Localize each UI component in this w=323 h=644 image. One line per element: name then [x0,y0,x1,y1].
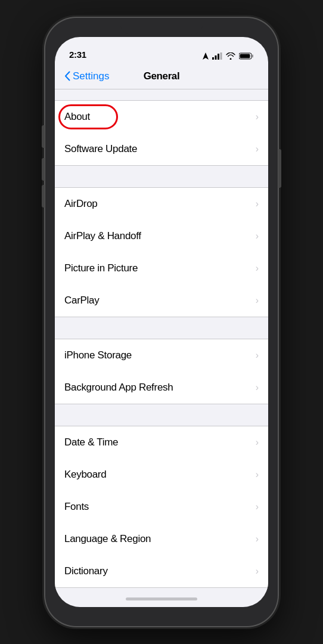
section-gap-1 [55,166,268,187]
section-3: iPhone Storage › Background App Refresh … [55,339,268,404]
fonts-chevron-icon: › [256,501,259,512]
fonts-label: Fonts [64,501,89,513]
carplay-row[interactable]: CarPlay › [55,284,268,317]
software-update-chevron-icon: › [256,144,259,154]
page-title: General [144,70,180,82]
back-label: Settings [73,70,109,82]
background-app-refresh-chevron-icon: › [256,382,259,393]
date-time-label: Date & Time [64,436,118,448]
airplay-handoff-row[interactable]: AirPlay & Handoff › [55,220,268,252]
keyboard-label: Keyboard [64,469,106,481]
phone-screen: 2:31 [55,37,268,607]
airdrop-row[interactable]: AirDrop › [55,188,268,220]
status-icons [203,52,254,60]
software-update-label: Software Update [64,143,137,155]
svg-rect-2 [218,54,219,60]
airdrop-label: AirDrop [64,198,98,210]
back-chevron-icon [64,71,70,81]
date-time-chevron-icon: › [256,437,259,448]
home-indicator-bar [126,597,197,600]
language-region-label: Language & Region [64,533,151,545]
settings-content: About › Software Update › AirDrop › AirP… [55,89,268,590]
dictionary-row[interactable]: Dictionary › [55,555,268,587]
svg-rect-6 [240,54,250,58]
signal-icon [212,52,222,60]
section-1: About › Software Update › [55,100,268,166]
svg-rect-3 [220,52,222,60]
iphone-storage-label: iPhone Storage [64,349,132,361]
picture-in-picture-row[interactable]: Picture in Picture › [55,252,268,284]
nav-bar: Settings General [55,63,268,89]
section-2: AirDrop › AirPlay & Handoff › Picture in… [55,187,268,317]
section-gap-top [55,89,268,100]
status-bar: 2:31 [55,37,268,63]
home-indicator [55,590,268,607]
svg-rect-0 [212,57,214,60]
picture-in-picture-label: Picture in Picture [64,262,138,274]
airplay-handoff-label: AirPlay & Handoff [64,230,141,242]
about-row[interactable]: About › [55,101,268,133]
section-gap-2 [55,317,268,339]
carplay-label: CarPlay [64,295,99,306]
svg-rect-1 [215,55,217,60]
svg-rect-5 [252,55,253,58]
fonts-row[interactable]: Fonts › [55,491,268,523]
location-icon [203,52,209,60]
airplay-handoff-chevron-icon: › [256,231,259,242]
background-app-refresh-row[interactable]: Background App Refresh › [55,371,268,404]
wifi-icon [226,52,235,60]
background-app-refresh-label: Background App Refresh [64,382,173,394]
software-update-row[interactable]: Software Update › [55,133,268,165]
language-region-chevron-icon: › [256,534,259,544]
keyboard-chevron-icon: › [256,469,259,480]
notch [120,18,203,35]
phone-frame: 2:31 [45,18,278,626]
airdrop-chevron-icon: › [256,199,259,209]
section-gap-3 [55,404,268,426]
date-time-row[interactable]: Date & Time › [55,426,268,459]
section-4: Date & Time › Keyboard › Fonts › Languag… [55,426,268,588]
carplay-chevron-icon: › [256,295,259,306]
battery-icon [239,52,254,60]
dictionary-chevron-icon: › [256,566,259,577]
nav-back-button[interactable]: Settings [64,70,109,82]
picture-in-picture-chevron-icon: › [256,263,259,274]
language-region-row[interactable]: Language & Region › [55,523,268,555]
dictionary-label: Dictionary [64,565,108,577]
iphone-storage-row[interactable]: iPhone Storage › [55,339,268,371]
iphone-storage-chevron-icon: › [256,350,259,361]
keyboard-row[interactable]: Keyboard › [55,459,268,491]
status-time: 2:31 [69,49,86,60]
about-label: About [64,111,90,123]
about-chevron-icon: › [256,112,259,122]
